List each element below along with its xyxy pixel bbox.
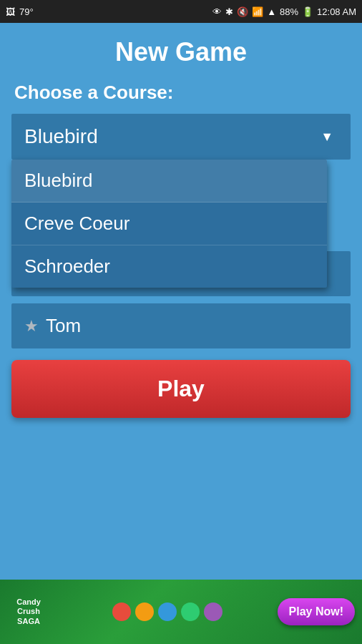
ad-banner[interactable]: Candy Crush SAGA Play Now!	[0, 580, 362, 644]
candy-red	[112, 602, 131, 621]
course-option-schroeder[interactable]: Schroeder	[11, 245, 327, 288]
candy-purple	[204, 602, 222, 621]
player-name-tom: Tom	[46, 315, 81, 337]
chevron-down-icon: ▼	[321, 130, 333, 145]
page-title: New Game	[11, 37, 351, 67]
choose-course-label: Choose a Course:	[11, 82, 351, 104]
candy-items	[57, 602, 278, 621]
candy-crush-title: Candy	[6, 597, 52, 607]
candy-green	[181, 602, 200, 621]
course-option-creve-coeur[interactable]: Creve Coeur	[11, 203, 327, 245]
player-row-tom[interactable]: ★ Tom	[11, 303, 351, 348]
course-dropdown-trigger[interactable]: Bluebird ▼	[11, 114, 351, 160]
course-dropdown-list: Bluebird Creve Coeur Schroeder	[11, 160, 327, 288]
eye-icon: 👁	[212, 6, 222, 17]
ad-banner-inner: Candy Crush SAGA Play Now!	[0, 580, 362, 644]
battery-icon: 🔋	[302, 6, 313, 17]
battery-level: 88%	[280, 6, 298, 17]
gallery-icon: 🖼	[6, 6, 15, 17]
bluetooth-icon: ✱	[225, 6, 233, 17]
star-icon-tom: ★	[24, 317, 39, 336]
status-left: 🖼 79°	[6, 6, 34, 17]
candy-blue	[158, 602, 177, 621]
mute-icon: 🔇	[237, 6, 248, 17]
candy-crush-logo: Candy Crush SAGA	[0, 595, 57, 629]
course-selector-container: Bluebird ▼ Bluebird Creve Coeur Schroede…	[11, 114, 351, 160]
signal-icon: ▲	[267, 6, 276, 17]
play-button[interactable]: Play	[11, 360, 351, 418]
play-button-container: Play	[11, 360, 351, 418]
status-bar: 🖼 79° 👁 ✱ 🔇 📶 ▲ 88% 🔋 12:08 AM	[0, 0, 362, 23]
status-right: 👁 ✱ 🔇 📶 ▲ 88% 🔋 12:08 AM	[212, 6, 356, 17]
candy-orange	[135, 602, 154, 621]
wifi-icon: 📶	[252, 6, 263, 17]
candy-crush-subtitle-crush: Crush	[6, 607, 52, 616]
play-now-button[interactable]: Play Now!	[278, 598, 355, 625]
course-option-bluebird[interactable]: Bluebird	[11, 160, 327, 203]
selected-course-label: Bluebird	[24, 125, 98, 148]
candy-crush-subtitle-saga: SAGA	[6, 617, 52, 626]
main-content: New Game Choose a Course: Bluebird ▼ Blu…	[0, 23, 362, 418]
temperature-indicator: 79°	[19, 6, 34, 17]
clock: 12:08 AM	[317, 6, 356, 17]
